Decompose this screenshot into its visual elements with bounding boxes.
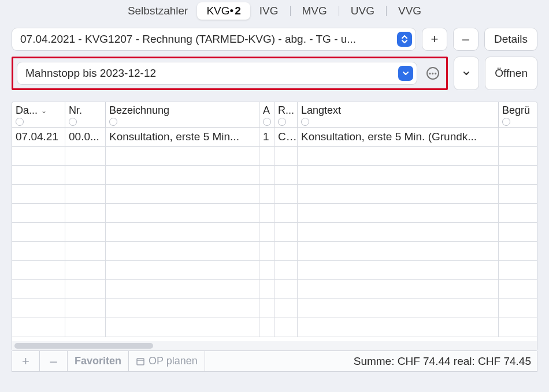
highlighted-region: Mahnstopp bis 2023-12-12 ••• xyxy=(12,57,448,90)
cell xyxy=(298,147,499,165)
mahnstopp-select[interactable]: Mahnstopp bis 2023-12-12 xyxy=(17,62,417,85)
scrollbar-thumb[interactable] xyxy=(14,343,153,349)
cell xyxy=(274,318,298,337)
cell xyxy=(12,280,65,298)
cell xyxy=(106,166,259,184)
filter-circle-icon[interactable] xyxy=(278,118,286,126)
cell xyxy=(499,128,537,146)
remove-invoice-button[interactable]: – xyxy=(453,28,478,51)
ellipsis-icon: ••• xyxy=(426,67,439,80)
table-row[interactable]: 07.04.2100.0...Konsultation, erste 5 Min… xyxy=(12,128,537,147)
cell xyxy=(259,147,274,165)
cell xyxy=(65,147,106,165)
cell xyxy=(274,280,298,298)
cell xyxy=(106,261,259,279)
col-nr[interactable]: Nr. xyxy=(65,102,106,127)
cell xyxy=(259,166,274,184)
tab-kvg-badge: 2 xyxy=(235,5,241,17)
invoice-select-value: 07.04.2021 - KVG1207 - Rechnung (TARMED-… xyxy=(20,33,397,46)
cell: Konsultation, erste 5 Min. (Grundk... xyxy=(298,128,499,146)
cell xyxy=(298,242,499,260)
table-row[interactable] xyxy=(12,223,537,242)
positions-table: Da...⌄ Nr. Bezeichnung A R... Langtext B… xyxy=(12,102,537,351)
cell xyxy=(298,280,499,298)
cell xyxy=(12,318,65,337)
horizontal-scrollbar[interactable] xyxy=(12,341,537,350)
table-row[interactable] xyxy=(12,166,537,185)
table-row[interactable] xyxy=(12,280,537,299)
add-invoice-button[interactable]: + xyxy=(422,28,447,51)
table-row[interactable] xyxy=(12,299,537,318)
tab-kvg-label: KVG xyxy=(206,5,229,17)
cell xyxy=(259,299,274,318)
cell xyxy=(274,147,298,165)
cell xyxy=(12,299,65,318)
mahnstopp-select-value: Mahnstopp bis 2023-12-12 xyxy=(25,67,398,80)
favoriten-button[interactable]: Favoriten xyxy=(68,351,129,371)
details-button[interactable]: Details xyxy=(484,28,537,51)
cell: C... xyxy=(274,128,298,146)
invoice-select[interactable]: 07.04.2021 - KVG1207 - Rechnung (TARMED-… xyxy=(12,28,416,51)
tab-mvg[interactable]: MVG xyxy=(293,2,336,20)
cell xyxy=(65,280,106,298)
col-r[interactable]: R... xyxy=(274,102,298,127)
tab-kvg[interactable]: KVG•2 xyxy=(197,2,250,20)
add-row-button[interactable]: + xyxy=(12,351,40,371)
open-button[interactable]: Öffnen xyxy=(485,57,537,90)
tab-separator xyxy=(290,6,291,16)
minus-icon: – xyxy=(462,32,469,47)
filter-circle-icon[interactable] xyxy=(263,118,271,126)
tab-selbstzahler[interactable]: Selbstzahler xyxy=(118,2,198,20)
cell xyxy=(259,261,274,279)
cell xyxy=(12,261,65,279)
table-row[interactable] xyxy=(12,147,537,166)
filter-circle-icon[interactable] xyxy=(301,118,309,126)
table-row[interactable] xyxy=(12,318,537,337)
tab-uvg[interactable]: UVG xyxy=(342,2,384,20)
cell xyxy=(499,147,537,165)
col-langtext[interactable]: Langtext xyxy=(298,102,499,127)
table-row[interactable] xyxy=(12,261,537,280)
cell xyxy=(106,147,259,165)
col-begruendung[interactable]: Begrü xyxy=(499,102,537,127)
remove-row-button[interactable]: – xyxy=(40,351,68,371)
cell xyxy=(499,318,537,337)
cell xyxy=(259,318,274,337)
cell xyxy=(65,166,106,184)
filter-circle-icon[interactable] xyxy=(16,118,24,126)
col-date[interactable]: Da...⌄ xyxy=(12,102,65,127)
cell xyxy=(499,242,537,260)
filter-circle-icon[interactable] xyxy=(69,118,77,126)
tab-vvg[interactable]: VVG xyxy=(389,2,431,20)
cell: Konsultation, erste 5 Min... xyxy=(106,128,259,146)
tab-ivg[interactable]: IVG xyxy=(250,2,288,20)
op-planen-button[interactable]: OP planen xyxy=(129,351,205,371)
cell xyxy=(499,261,537,279)
sort-desc-icon: ⌄ xyxy=(41,107,47,115)
filter-circle-icon[interactable] xyxy=(502,118,510,126)
cell xyxy=(65,261,106,279)
cell xyxy=(298,318,499,337)
cell xyxy=(274,261,298,279)
table-row[interactable] xyxy=(12,185,537,204)
footer-spacer xyxy=(205,351,354,371)
table-row[interactable] xyxy=(12,204,537,223)
filter-circle-icon[interactable] xyxy=(109,118,117,126)
table-row[interactable] xyxy=(12,242,537,261)
cell xyxy=(499,166,537,184)
cell xyxy=(106,185,259,203)
cell xyxy=(274,299,298,318)
cell xyxy=(274,166,298,184)
cell xyxy=(298,166,499,184)
tab-separator xyxy=(386,6,387,16)
cell xyxy=(65,299,106,318)
cell xyxy=(106,299,259,318)
cell xyxy=(499,223,537,241)
col-a[interactable]: A xyxy=(259,102,274,127)
calendar-icon xyxy=(136,357,145,366)
cell xyxy=(274,242,298,260)
col-bezeichnung[interactable]: Bezeichnung xyxy=(106,102,259,127)
expand-button[interactable] xyxy=(454,57,479,90)
more-options-button[interactable]: ••• xyxy=(423,62,443,85)
cell xyxy=(12,242,65,260)
